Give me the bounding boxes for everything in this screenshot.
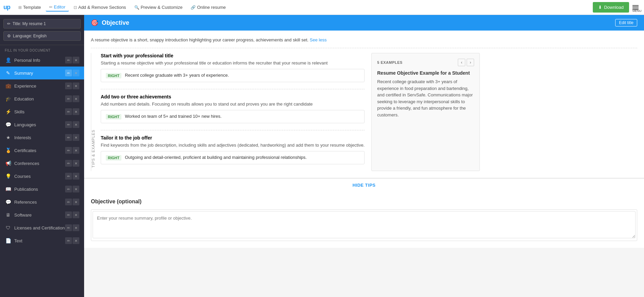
sidebar-icon-interests: ★ — [5, 135, 12, 140]
sidebar-item-education[interactable]: 🎓 Education ✏ ✕ — [0, 92, 84, 105]
sidebar-edit-summary[interactable]: ✏ — [65, 70, 72, 76]
sidebar-actions-certificates: ✏ ✕ — [65, 147, 79, 154]
sidebar-remove-languages[interactable]: ✕ — [73, 121, 79, 128]
sidebar-icon-certificates: 🏅 — [5, 148, 12, 153]
nav-online-label: Online resume — [197, 5, 226, 10]
tip1-title: Start with your professional title — [101, 53, 365, 58]
download-icon: ⬇ — [598, 5, 602, 10]
sidebar-item-publications[interactable]: 📖 Publications ✏ ✕ — [0, 183, 84, 196]
see-less-link[interactable]: See less — [310, 37, 327, 42]
sidebar-edit-languages[interactable]: ✏ — [65, 121, 72, 128]
title-button[interactable]: ✏ Title: My resume 1 — [3, 19, 81, 29]
sidebar-item-skills[interactable]: ⚡ Skills ✏ ✕ — [0, 105, 84, 118]
sidebar-remove-software[interactable]: ✕ — [73, 211, 79, 218]
objective-textarea[interactable] — [93, 211, 636, 238]
objective-title: Objective — [102, 19, 129, 26]
sidebar-actions-licenses: ✏ ✕ — [65, 224, 79, 231]
sidebar-item-interests[interactable]: ★ Interests ✏ ✕ — [0, 131, 84, 144]
sidebar-remove-interests[interactable]: ✕ — [73, 134, 79, 141]
tip2-badge: RIGHT — [106, 114, 121, 119]
sidebar-icon-licenses: 🛡 — [5, 225, 12, 230]
tip2-example: RIGHT Worked on team of 5+ and trained 1… — [101, 110, 365, 123]
objective-header-left: 🎯 Objective — [91, 19, 129, 26]
sidebar-remove-personal-info[interactable]: ✕ — [73, 57, 79, 63]
sidebar-edit-education[interactable]: ✏ — [65, 95, 72, 102]
sidebar-remove-skills[interactable]: ✕ — [73, 108, 79, 115]
hide-tips-button[interactable]: HIDE TIPS — [352, 183, 375, 188]
sidebar-label-software: Software — [14, 212, 65, 218]
sidebar-item-certificates[interactable]: 🏅 Certificates ✏ ✕ — [0, 144, 84, 157]
sidebar-edit-publications[interactable]: ✏ — [65, 186, 72, 192]
tip2-desc: Add numbers and details. Focusing on res… — [101, 101, 365, 107]
sidebar-item-text[interactable]: 📄 Text ✏ ✕ — [0, 234, 84, 247]
sidebar-remove-courses[interactable]: ✕ — [73, 173, 79, 180]
sidebar-label-interests: Interests — [14, 135, 65, 140]
sidebar-item-software[interactable]: 🖥 Software ✏ ✕ — [0, 208, 84, 221]
sidebar-remove-education[interactable]: ✕ — [73, 95, 79, 102]
nav-editor[interactable]: ✏ Editor — [46, 3, 69, 12]
sidebar-actions-references: ✏ ✕ — [65, 199, 79, 205]
sidebar-edit-licenses[interactable]: ✏ — [65, 224, 72, 231]
sidebar-edit-text[interactable]: ✏ — [65, 237, 72, 244]
app-logo[interactable]: up — [3, 4, 10, 11]
nav-add-remove[interactable]: ⊡ Add & Remove Sections — [70, 3, 130, 11]
examples-next-button[interactable]: › — [467, 59, 474, 66]
sidebar-item-languages[interactable]: 💬 Languages ✏ ✕ — [0, 118, 84, 131]
sidebar-item-references[interactable]: 💬 References ✏ ✕ — [0, 196, 84, 208]
sidebar-icon-languages: 💬 — [5, 122, 12, 127]
sidebar-actions-interests: ✏ ✕ — [65, 134, 79, 141]
sidebar-edit-conferences[interactable]: ✏ — [65, 160, 72, 167]
language-button[interactable]: ⚙ Language: English — [3, 31, 81, 41]
sidebar-icon-education: 🎓 — [5, 96, 12, 101]
nav-online[interactable]: 🔗 Online resume — [187, 3, 229, 11]
sidebar-remove-references[interactable]: ✕ — [73, 199, 79, 205]
menu-button[interactable]: MENU — [630, 3, 641, 12]
nav-template-label: Template — [23, 5, 41, 10]
language-label: Language: English — [13, 34, 46, 38]
sidebar-actions-conferences: ✏ ✕ — [65, 160, 79, 167]
sidebar-edit-software[interactable]: ✏ — [65, 211, 72, 218]
sidebar-remove-experience[interactable]: ✕ — [73, 82, 79, 89]
tip3-title: Tailor it to the job offer — [101, 135, 365, 141]
sidebar-edit-certificates[interactable]: ✏ — [65, 147, 72, 154]
tip2-title: Add two or three achievements — [101, 94, 365, 99]
sidebar-item-conferences[interactable]: 📢 Conferences ✏ ✕ — [0, 157, 84, 170]
edit-title-button[interactable]: Edit title — [615, 19, 637, 26]
download-button[interactable]: ⬇ Download — [593, 2, 629, 13]
sidebar-actions-software: ✏ ✕ — [65, 211, 79, 218]
sidebar-icon-software: 🖥 — [5, 212, 12, 218]
sidebar-edit-personal-info[interactable]: ✏ — [65, 57, 72, 63]
tips-intro: A resume objective is a short, snappy in… — [91, 37, 637, 42]
tip3-badge: RIGHT — [106, 155, 121, 161]
tip1-example: RIGHT Recent college graduate with 3+ ye… — [101, 69, 365, 82]
download-label: Download — [604, 5, 624, 10]
tips-section: Start with your professional title Start… — [101, 53, 480, 171]
sidebar-remove-summary[interactable]: ✕ — [73, 70, 79, 76]
examples-prev-button[interactable]: ‹ — [458, 59, 465, 66]
sidebar-label-conferences: Conferences — [14, 161, 65, 166]
sidebar-remove-text[interactable]: ✕ — [73, 237, 79, 244]
sidebar-item-experience[interactable]: 💼 Experience ✏ ✕ — [0, 79, 84, 92]
sidebar-edit-experience[interactable]: ✏ — [65, 82, 72, 89]
sidebar-item-courses[interactable]: 💡 Courses ✏ ✕ — [0, 170, 84, 183]
tips-inner: TIPS & EXAMPLES Start with your professi… — [91, 53, 637, 171]
objective-form-title: Objective (optional) — [91, 199, 637, 205]
sidebar-remove-certificates[interactable]: ✕ — [73, 147, 79, 154]
sidebar-remove-publications[interactable]: ✕ — [73, 186, 79, 192]
sidebar-item-licenses[interactable]: 🛡 Licenses and Certification ✏ ✕ — [0, 221, 84, 234]
nav-template[interactable]: ⊞ Template — [15, 3, 44, 11]
sidebar-edit-interests[interactable]: ✏ — [65, 134, 72, 141]
sidebar-edit-skills[interactable]: ✏ — [65, 108, 72, 115]
sidebar-remove-licenses[interactable]: ✕ — [73, 224, 79, 231]
sidebar-remove-conferences[interactable]: ✕ — [73, 160, 79, 167]
sidebar-edit-courses[interactable]: ✏ — [65, 173, 72, 180]
tip1-badge: RIGHT — [106, 73, 121, 78]
sidebar-item-personal-info[interactable]: 👤 Personal Info ✏ ✕ — [0, 54, 84, 67]
tip-block-1: Start with your professional title Start… — [101, 53, 365, 82]
sidebar-edit-references[interactable]: ✏ — [65, 199, 72, 205]
tip3-example-text: Outgoing and detail-oriented, proficient… — [125, 155, 307, 160]
nav-preview-label: Preview & Customize — [141, 5, 183, 10]
nav-preview[interactable]: 🔍 Preview & Customize — [131, 3, 186, 11]
sidebar-icon-references: 💬 — [5, 199, 12, 205]
sidebar-item-summary[interactable]: ✎ Summary ✏ ✕ — [0, 67, 84, 79]
